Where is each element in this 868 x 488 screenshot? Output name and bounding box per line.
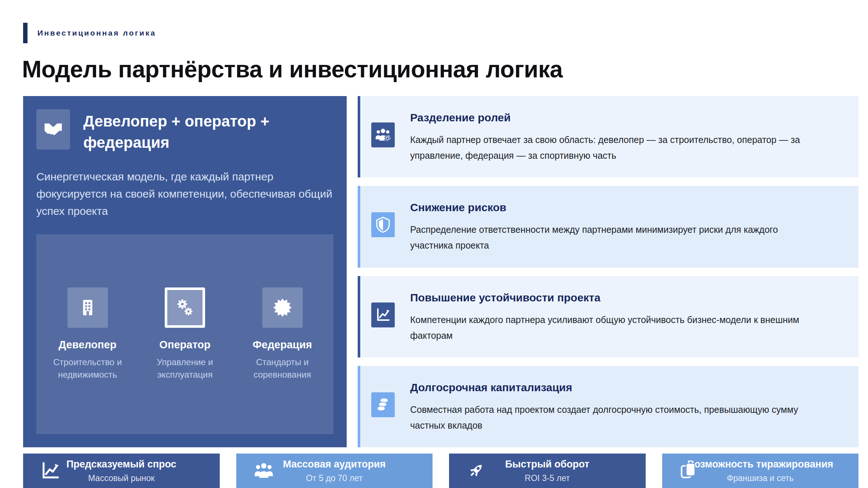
- stats-row: Предсказуемый спрос Массовый рынок Массо…: [23, 454, 858, 488]
- partner-name: Девелопер: [59, 339, 117, 351]
- benefit-title: Повышение устойчивости проекта: [410, 291, 806, 304]
- benefit-body: Каждый партнер отвечает за свою область:…: [410, 132, 806, 164]
- benefit-title: Разделение ролей: [410, 111, 806, 124]
- partner-subtitle: Стандарты и соревнования: [236, 356, 329, 381]
- main-content: Девелопер + оператор + федерация Синерге…: [23, 96, 858, 447]
- partner-subtitle: Строительство и недвижимость: [41, 356, 134, 381]
- partner-developer: Девелопер Строительство и недвижимость: [41, 287, 134, 381]
- partnership-title: Девелопер + оператор + федерация: [83, 111, 296, 153]
- gears-icon: [165, 287, 205, 328]
- stat-subtitle: ROI 3-5 лет: [525, 473, 570, 483]
- page-title: Модель партнёрства и инвестиционная логи…: [22, 56, 563, 83]
- copy-icon: [680, 462, 697, 480]
- handshake-icon: [36, 109, 70, 150]
- stat-card-audience: Массовая аудитория От 5 до 70 лет: [236, 454, 433, 488]
- stat-title: Предсказуемый спрос: [66, 459, 176, 470]
- benefit-text: Повышение устойчивости проекта Компетенц…: [410, 291, 806, 357]
- partners-panel: Девелопер Строительство и недвижимость: [36, 234, 333, 434]
- chart-line-icon: [41, 461, 60, 480]
- team-gear-icon: [371, 122, 395, 147]
- coins-icon: [371, 392, 395, 417]
- stat-card-replication: Возможность тиражирования Франшиза и сет…: [662, 454, 859, 488]
- benefits-column: Разделение ролей Каждый партнер отвечает…: [358, 96, 858, 447]
- seal-icon: [262, 287, 303, 328]
- stat-subtitle: Массовый рынок: [88, 473, 154, 483]
- benefit-body: Совместная работа над проектом создает д…: [410, 402, 806, 433]
- benefit-text: Разделение ролей Каждый партнер отвечает…: [410, 111, 806, 177]
- benefit-text: Долгосрочная капитализация Совместная ра…: [410, 381, 806, 447]
- benefit-title: Снижение рисков: [410, 201, 806, 214]
- benefit-body: Компетенции каждого партнера усиливают о…: [410, 312, 806, 344]
- shield-icon: [371, 212, 395, 237]
- stat-card-demand: Предсказуемый спрос Массовый рынок: [23, 454, 220, 488]
- stat-title: Возможность тиражирования: [687, 459, 833, 470]
- eyebrow-accent-bar: [23, 23, 28, 43]
- stat-title: Массовая аудитория: [283, 459, 386, 470]
- partner-name: Федерация: [253, 339, 312, 351]
- rocket-icon: [467, 462, 485, 480]
- partner-subtitle: Управление и эксплуатация: [139, 356, 231, 381]
- benefit-title: Долгосрочная капитализация: [410, 381, 806, 394]
- slide-investment-logic: { "eyebrow": { "label": "Инвестиционная …: [0, 0, 868, 488]
- eyebrow: Инвестиционная логика: [23, 23, 156, 43]
- building-icon: [68, 287, 108, 328]
- stat-subtitle: Франшиза и сеть: [727, 473, 794, 483]
- partnership-card-header: Девелопер + оператор + федерация: [36, 109, 333, 153]
- partnership-card: Девелопер + оператор + федерация Синерге…: [23, 96, 347, 447]
- people-icon: [254, 462, 274, 479]
- eyebrow-label: Инвестиционная логика: [37, 29, 156, 37]
- stat-title: Быстрый оборот: [505, 459, 590, 470]
- benefit-card-risk: Снижение рисков Распределение ответствен…: [358, 186, 858, 267]
- stat-subtitle: От 5 до 70 лет: [306, 473, 363, 483]
- stat-card-turnover: Быстрый оборот ROI 3-5 лет: [449, 454, 646, 488]
- benefit-card-capitalization: Долгосрочная капитализация Совместная ра…: [358, 366, 858, 447]
- benefit-body: Распределение ответственности между парт…: [410, 222, 806, 253]
- benefit-card-roles: Разделение ролей Каждый партнер отвечает…: [358, 96, 858, 177]
- chart-line-icon: [371, 302, 395, 327]
- benefit-card-stability: Повышение устойчивости проекта Компетенц…: [358, 276, 858, 357]
- partner-federation: Федерация Стандарты и соревнования: [236, 287, 329, 381]
- partner-operator: Оператор Управление и эксплуатация: [139, 287, 231, 381]
- partner-name: Оператор: [159, 339, 210, 351]
- benefit-text: Снижение рисков Распределение ответствен…: [410, 201, 806, 267]
- partnership-description: Синергетическая модель, где каждый партн…: [36, 168, 333, 220]
